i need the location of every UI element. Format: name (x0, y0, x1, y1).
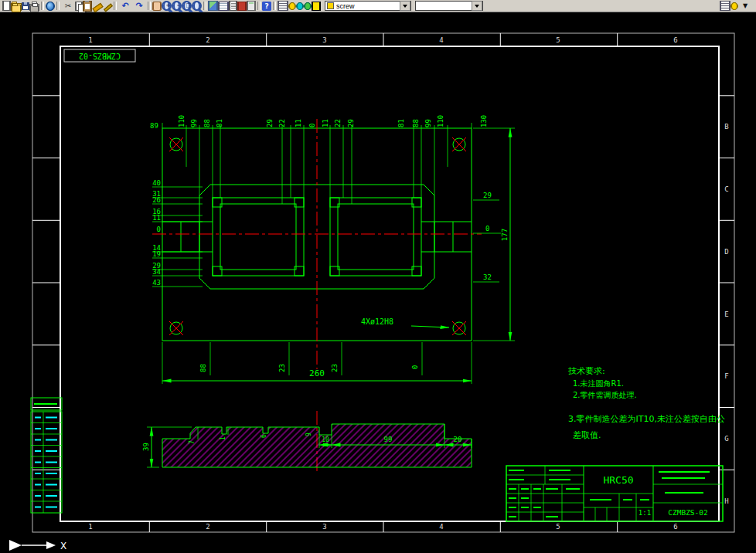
zone-row-label: G (724, 435, 728, 443)
format-painter-icon[interactable] (92, 2, 102, 11)
dim-label: 89 (150, 122, 158, 130)
tech-req-line: 3.零件制造公差为IT10,未注公差按自由公 (568, 414, 725, 424)
layer-freeze-icon[interactable] (296, 2, 304, 10)
dim-label: 99 (190, 119, 198, 127)
dim-label: 19 (152, 250, 161, 258)
toolbar-options-icon[interactable]: ▼ (738, 1, 752, 12)
save-file-icon[interactable] (22, 2, 29, 10)
zone-col-label: 3 (322, 523, 326, 531)
tech-req-line: 差取值. (573, 430, 601, 440)
zone-col-label: 4 (439, 523, 443, 531)
paste-icon[interactable] (83, 1, 92, 12)
redo-icon[interactable]: ↷ (132, 1, 146, 12)
dim-label: 88 (203, 119, 211, 127)
layer-manager-icon[interactable] (278, 1, 288, 11)
dim-label: 34 (152, 268, 161, 276)
layer-color-icon (327, 2, 334, 9)
section-profile (162, 424, 472, 467)
layer-on-icon[interactable] (288, 2, 296, 10)
dim-label: 32 (483, 273, 492, 281)
properties-icon[interactable] (229, 1, 237, 11)
cad-window: ✂ ↶ ↷ (0, 0, 756, 553)
color-combo[interactable] (415, 1, 483, 11)
dim-label: 22 (278, 119, 286, 127)
drawing-number: CZMBZS-02 (668, 508, 707, 517)
cut-icon[interactable]: ✂ (61, 1, 75, 12)
table-icon[interactable] (218, 2, 229, 11)
calculator-icon[interactable] (247, 1, 256, 11)
help-icon[interactable]: ? (262, 2, 271, 11)
dim-label: 130 (480, 115, 488, 127)
separator (39, 1, 46, 12)
zoom-out-icon[interactable]: - (172, 1, 182, 11)
pan-icon[interactable] (152, 2, 162, 11)
edit-pen-icon[interactable] (102, 2, 112, 11)
drawing-canvas[interactable]: 1 2 3 4 5 6 1 2 3 4 5 6 B C D E F G H CZ… (0, 12, 756, 553)
dim-label: 0 (308, 124, 316, 127)
part-label-box: CZMBZS-02 (64, 49, 135, 62)
scale-value: 1:1 (639, 509, 651, 517)
dim-label: 6 (261, 434, 267, 438)
dim-label: 110 (437, 115, 444, 127)
layer-unlock-icon[interactable] (304, 2, 312, 10)
separator (202, 1, 208, 12)
dim-label: 0 (485, 225, 489, 232)
dim-label: 11 (295, 119, 302, 127)
tech-req-line: 1.未注圆角R1. (573, 379, 624, 388)
web-publish-icon[interactable] (46, 2, 55, 11)
dim-label: 29 (266, 119, 274, 127)
dim-label: 260 (309, 368, 325, 378)
layer-combo-dropdown-icon[interactable] (400, 1, 410, 11)
dim-label: 0 (411, 365, 419, 369)
zone-col-label: 2 (206, 36, 209, 44)
new-file-icon[interactable] (2, 1, 11, 11)
undo-icon[interactable]: ↶ (118, 1, 132, 12)
zone-row-label: B (724, 123, 728, 131)
markup-icon[interactable] (237, 2, 247, 11)
zoom-window-icon[interactable]: □ (182, 1, 192, 11)
copy-icon[interactable] (75, 2, 83, 11)
dim-label: 81 (397, 119, 405, 127)
toolbar-group-right: ▼ (720, 1, 752, 12)
part-label: CZMBZS-02 (79, 52, 121, 60)
zone-row-label: E (724, 310, 728, 318)
tech-req-title: 技术要求: (568, 366, 605, 376)
design-center-icon[interactable] (208, 1, 218, 11)
dim-label: 20 (454, 436, 462, 443)
dim-label: 26 (152, 196, 161, 204)
separator (55, 1, 61, 12)
zone-col-label: 6 (673, 36, 677, 44)
zoom-in-icon[interactable]: + (162, 1, 172, 11)
zone-col-label: 5 (556, 36, 560, 44)
zone-col-label: 6 (673, 523, 677, 531)
layer-combo[interactable]: screw (325, 1, 411, 11)
dim-label: 23 (278, 364, 286, 372)
separator (271, 1, 278, 12)
zone-col-label: 4 (439, 36, 443, 44)
dim-label: 88 (199, 364, 207, 372)
zone-col-label: 1 (88, 36, 92, 44)
dim-label: 10 (322, 436, 329, 443)
zoom-extents-icon[interactable] (192, 1, 202, 11)
color-swatch-icon[interactable] (312, 2, 321, 11)
open-file-icon[interactable] (11, 3, 22, 11)
layer-combo-value: screw (336, 2, 400, 10)
dim-label: 0 (157, 226, 161, 233)
zone-col-label: 2 (206, 523, 209, 531)
hole-note: 4Xø12H8 (361, 317, 393, 326)
dim-label: 99 (424, 119, 432, 127)
make-layer-current-icon[interactable] (730, 2, 738, 10)
material-spec: HRC50 (603, 474, 633, 486)
dim-label: 39 (142, 443, 150, 451)
toolbar: ✂ ↶ ↷ (0, 0, 756, 12)
dimension-lines (152, 123, 515, 384)
zone-row-label: H (724, 497, 728, 505)
color-combo-dropdown-icon[interactable] (472, 1, 482, 11)
print-icon[interactable] (29, 4, 39, 11)
layer-states-icon[interactable] (720, 1, 730, 11)
zone-row-label: F (724, 372, 728, 380)
zone-col-label: 3 (322, 36, 326, 44)
dim-label: 7 (189, 440, 196, 444)
title-block: HRC50 1:1 CZMBZS-02 (506, 466, 723, 521)
section-view: 39 7 1 6 9 10 99 20 (142, 424, 472, 467)
